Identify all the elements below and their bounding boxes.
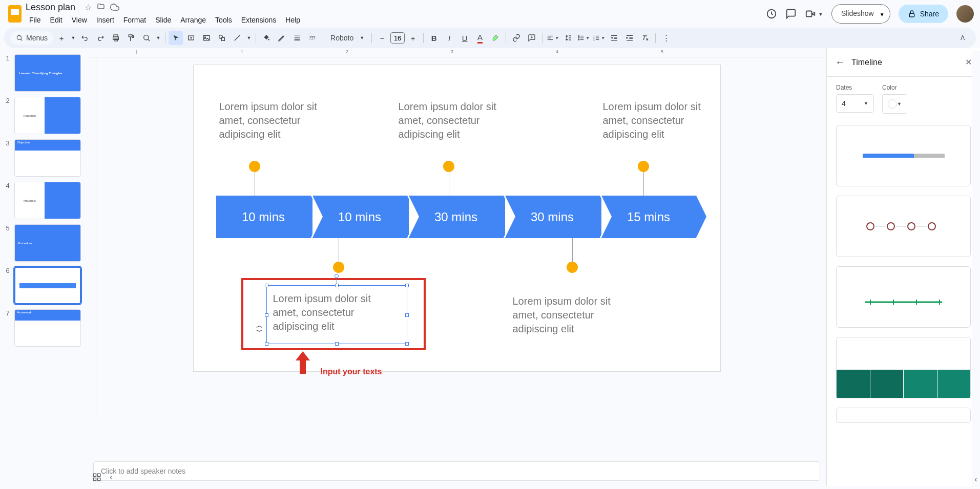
font-family-select[interactable]: Roboto ▼ xyxy=(326,32,368,44)
new-slide-dropdown[interactable]: ▼ xyxy=(70,31,77,45)
comments-icon[interactable] xyxy=(785,8,797,19)
line-tool[interactable] xyxy=(230,31,244,45)
border-color-button[interactable] xyxy=(275,31,289,45)
slide-canvas[interactable]: Lorem ipsum dolor sit amet, consectetur … xyxy=(193,65,721,372)
menu-view[interactable]: View xyxy=(68,14,91,26)
slide-thumbnail-4[interactable]: Materials xyxy=(14,182,81,219)
zoom-button[interactable] xyxy=(139,31,154,45)
speaker-notes[interactable]: Click to add speaker notes xyxy=(93,461,820,481)
filmstrip[interactable]: 1Lesson: Classifying Triangles 2Audience… xyxy=(0,48,87,486)
timeline-text-top-2[interactable]: Lorem ipsum dolor sit amet, consectetur … xyxy=(399,100,519,141)
timeline-template-4[interactable] xyxy=(836,337,971,398)
timeline-text-top-1[interactable]: Lorem ipsum dolor sit amet, consectetur … xyxy=(219,100,340,141)
text-color-button[interactable]: A xyxy=(473,31,487,45)
timeline-template-5[interactable] xyxy=(836,408,971,423)
slide-thumbnail-3[interactable]: Objective xyxy=(14,139,81,177)
timeline-text-bottom-2[interactable]: Lorem ipsum dolor sit amet, consectetur … xyxy=(513,294,633,336)
timeline-dot-3[interactable] xyxy=(443,161,454,172)
numbered-list-button[interactable]: 123▼ xyxy=(592,31,606,45)
slide-thumbnail-1[interactable]: Lesson: Classifying Triangles xyxy=(14,54,81,92)
font-size-increase[interactable]: + xyxy=(406,31,420,45)
menu-arrange[interactable]: Arrange xyxy=(177,14,210,26)
canvas-scroll[interactable]: Lorem ipsum dolor sit amet, consectetur … xyxy=(87,57,826,456)
menu-edit[interactable]: Edit xyxy=(47,14,66,26)
paint-format-button[interactable] xyxy=(124,31,138,45)
timeline-dot-2[interactable] xyxy=(333,262,344,273)
dates-select[interactable]: 4 ▼ xyxy=(836,94,874,113)
selected-textbox[interactable]: Lorem ipsum dolor sit amet, consectetur … xyxy=(266,285,407,344)
timeline-template-2[interactable] xyxy=(836,196,971,257)
line-spacing-button[interactable] xyxy=(561,31,575,45)
timeline-arrow-2[interactable]: 10 mins xyxy=(312,196,407,238)
line-dropdown[interactable]: ▼ xyxy=(245,31,253,45)
slide-thumbnail-7[interactable]: Homework xyxy=(14,309,81,347)
slide-thumbnail-6[interactable] xyxy=(14,267,81,304)
font-size-decrease[interactable]: − xyxy=(375,31,389,45)
grid-view-icon[interactable] xyxy=(92,473,101,482)
timeline-arrow-3[interactable]: 30 mins xyxy=(409,196,504,238)
bullet-list-button[interactable]: ▼ xyxy=(576,31,591,45)
menu-extensions[interactable]: Extensions xyxy=(238,14,280,26)
menu-slide[interactable]: Slide xyxy=(152,14,175,26)
expand-side-panel-icon[interactable]: ‹ xyxy=(974,475,977,484)
clear-formatting-button[interactable] xyxy=(638,31,652,45)
cloud-status-icon[interactable] xyxy=(110,3,119,12)
timeline-text-bottom-1[interactable]: Lorem ipsum dolor sit amet, consectetur … xyxy=(273,292,396,333)
comment-button[interactable] xyxy=(525,31,539,45)
timeline-template-3[interactable] xyxy=(836,266,971,328)
redo-button[interactable] xyxy=(93,31,108,45)
bold-button[interactable]: B xyxy=(427,31,441,45)
shape-tool[interactable] xyxy=(215,31,229,45)
share-button[interactable]: Share xyxy=(899,5,948,23)
template-list[interactable] xyxy=(827,121,980,486)
star-icon[interactable]: ☆ xyxy=(85,3,92,12)
indent-decrease-button[interactable] xyxy=(607,31,621,45)
slide-thumbnail-2[interactable]: Audience xyxy=(14,97,81,134)
timeline-dot-4[interactable] xyxy=(567,262,578,273)
slide-thumbnail-5[interactable]: Procedure xyxy=(14,224,81,262)
indent-increase-button[interactable] xyxy=(622,31,637,45)
hide-filmstrip-icon[interactable]: ‹ xyxy=(110,473,112,482)
link-button[interactable] xyxy=(509,31,524,45)
select-tool[interactable] xyxy=(169,31,183,45)
timeline-template-1[interactable] xyxy=(836,125,971,186)
border-weight-button[interactable] xyxy=(290,31,304,45)
back-icon[interactable]: ← xyxy=(835,56,845,68)
menu-tools[interactable]: Tools xyxy=(212,14,236,26)
close-icon[interactable]: ✕ xyxy=(965,57,972,67)
undo-button[interactable] xyxy=(78,31,92,45)
new-slide-button[interactable]: + xyxy=(54,31,69,45)
print-button[interactable] xyxy=(109,31,123,45)
history-icon[interactable] xyxy=(766,8,777,19)
video-meet-icon[interactable]: ▼ xyxy=(805,8,823,19)
highlight-color-button[interactable] xyxy=(488,31,503,45)
timeline-arrow-1[interactable]: 10 mins xyxy=(216,196,311,238)
menu-help[interactable]: Help xyxy=(282,14,304,26)
slides-logo[interactable] xyxy=(8,5,22,23)
rotate-handle[interactable] xyxy=(335,274,339,278)
menu-format[interactable]: Format xyxy=(120,14,150,26)
search-menus-button[interactable]: Menus xyxy=(10,31,53,45)
border-dash-button[interactable] xyxy=(305,31,320,45)
timeline-arrow-5[interactable]: 15 mins xyxy=(601,196,696,238)
menu-file[interactable]: File xyxy=(26,14,45,26)
user-avatar[interactable] xyxy=(956,5,974,23)
italic-button[interactable]: I xyxy=(442,31,456,45)
textbox-tool[interactable] xyxy=(184,31,198,45)
zoom-dropdown[interactable]: ▼ xyxy=(155,31,162,45)
collapse-toolbar-button[interactable]: ᐱ xyxy=(955,31,970,45)
fill-color-button[interactable] xyxy=(259,31,274,45)
image-tool[interactable] xyxy=(199,31,214,45)
color-select[interactable]: ▼ xyxy=(882,94,907,114)
underline-button[interactable]: U xyxy=(457,31,472,45)
autofit-icon[interactable] xyxy=(255,325,263,333)
move-to-folder-icon[interactable] xyxy=(97,3,105,12)
timeline-text-top-3[interactable]: Lorem ipsum dolor sit amet, consectetur … xyxy=(603,100,723,141)
timeline-dot-1[interactable] xyxy=(249,161,260,172)
document-title[interactable]: Lesson plan xyxy=(26,2,75,13)
timeline-arrow-4[interactable]: 30 mins xyxy=(505,196,600,238)
font-size-input[interactable]: 16 xyxy=(390,32,405,44)
more-options-button[interactable]: ⋮ xyxy=(659,31,673,45)
slideshow-dropdown[interactable]: ▼ xyxy=(874,4,890,24)
menu-insert[interactable]: Insert xyxy=(93,14,118,26)
